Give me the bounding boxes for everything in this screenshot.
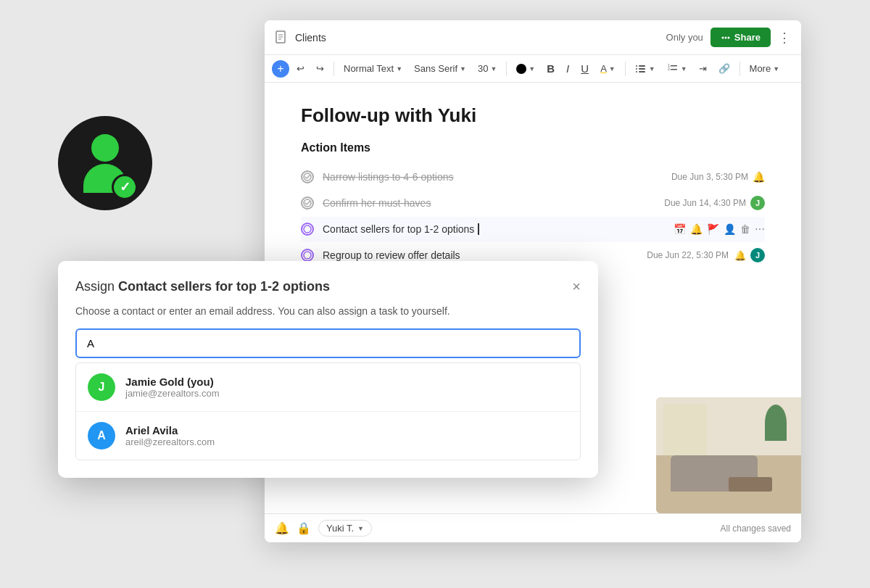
- check-badge: ✓: [112, 174, 138, 200]
- topbar-left: Clients: [275, 30, 326, 45]
- item-text: Regroup to review offer details: [323, 249, 639, 261]
- bell-blue-icon: 🔔: [734, 250, 746, 261]
- item-due: Due Jun 22, 5:30 PM: [647, 250, 729, 260]
- contact-item[interactable]: J Jamie Gold (you) jamie@zerealtors.com: [76, 363, 580, 412]
- contact-info: Jamie Gold (you) jamie@zerealtors.com: [125, 376, 568, 399]
- contact-email: jamie@zerealtors.com: [125, 388, 568, 399]
- item-avatar: J: [750, 248, 765, 262]
- filename-label: Clients: [295, 32, 326, 44]
- item-text: Contact sellers for top 1-2 options: [323, 223, 666, 235]
- bell-icon: 🔔: [753, 171, 765, 183]
- doc-title: Follow-up with Yuki: [301, 104, 765, 127]
- item-due: Due Jun 14, 4:30 PM: [664, 198, 746, 208]
- contact-item[interactable]: A Ariel Avila areil@zerealtors.com: [76, 412, 580, 460]
- contact-info: Ariel Avila areil@zerealtors.com: [125, 424, 568, 447]
- svg-point-19: [304, 225, 311, 233]
- editor-bottombar: 🔔 🔒 Yuki T. ▼ All changes saved: [265, 513, 801, 542]
- chevron-down-icon: ▼: [396, 65, 402, 73]
- svg-rect-8: [639, 65, 645, 67]
- svg-point-6: [727, 36, 729, 38]
- add-button[interactable]: +: [272, 60, 289, 78]
- item-check-icon: [301, 170, 314, 183]
- font-size-dropdown[interactable]: 30 ▼: [473, 60, 501, 77]
- room-table: [729, 477, 772, 492]
- num-list-button[interactable]: 1.2. ▼: [663, 60, 692, 78]
- redo-button[interactable]: ↪: [312, 60, 328, 77]
- person-icon[interactable]: 👤: [724, 223, 736, 235]
- bell-icon[interactable]: 🔔: [275, 521, 289, 535]
- room-image: [656, 397, 801, 513]
- bell-icon[interactable]: 🔔: [690, 223, 703, 235]
- modal-close-button[interactable]: ×: [572, 278, 581, 295]
- contact-avatar: J: [88, 373, 115, 401]
- chevron-down-icon: ▼: [609, 65, 616, 73]
- calendar-icon[interactable]: 📅: [674, 223, 686, 235]
- bold-button[interactable]: B: [542, 59, 559, 78]
- yuki-button[interactable]: Yuki T. ▼: [318, 520, 372, 537]
- user-head: [91, 134, 119, 162]
- topbar-right: Only you Share ⋮: [666, 28, 791, 47]
- svg-rect-11: [636, 71, 637, 73]
- section-heading: Action Items: [301, 141, 765, 154]
- modal-subtitle: Choose a contact or enter an email addre…: [75, 305, 581, 317]
- toolbar-separator-4: [740, 62, 740, 76]
- action-item: Narrow listings to 4-6 options Due Jun 3…: [301, 165, 765, 190]
- editor-toolbar: + ↩ ↪ Normal Text ▼ Sans Serif ▼ 30 ▼ ▼ …: [265, 55, 801, 83]
- bullet-list-button[interactable]: ▼: [631, 60, 660, 78]
- indent-button[interactable]: ⇥: [695, 60, 711, 77]
- room-interior: [656, 397, 801, 513]
- flag-icon[interactable]: 🚩: [707, 223, 719, 235]
- chevron-down-icon: ▼: [490, 65, 497, 73]
- chevron-down-icon: ▼: [460, 65, 466, 73]
- svg-text:2.: 2.: [668, 67, 671, 71]
- undo-button[interactable]: ↩: [292, 60, 309, 77]
- action-item: Contact sellers for top 1-2 options 📅 🔔 …: [301, 217, 765, 242]
- text-color-button[interactable]: ▼: [512, 61, 539, 77]
- share-button[interactable]: Share: [710, 28, 771, 47]
- user-avatar-background: ✓: [58, 116, 152, 210]
- underline-button[interactable]: U: [576, 59, 593, 78]
- contact-list: J Jamie Gold (you) jamie@zerealtors.com …: [75, 363, 581, 460]
- document-icon: [275, 30, 289, 45]
- svg-rect-12: [639, 71, 645, 73]
- lock-icon[interactable]: 🔒: [297, 521, 311, 535]
- svg-point-20: [304, 252, 311, 259]
- toolbar-separator-3: [625, 62, 626, 76]
- modal-header: Assign Contact sellers for top 1-2 optio…: [75, 278, 581, 295]
- editor-topbar: Clients Only you Share ⋮: [265, 20, 801, 55]
- item-check-icon: [301, 249, 314, 262]
- bottombar-left: 🔔 🔒 Yuki T. ▼: [275, 520, 372, 537]
- modal-title: Assign Contact sellers for top 1-2 optio…: [75, 279, 330, 294]
- item-avatar: J: [750, 196, 765, 210]
- chevron-down-icon: ▼: [357, 525, 364, 532]
- contact-avatar: A: [88, 422, 115, 450]
- link-button[interactable]: 🔗: [714, 60, 734, 77]
- assign-modal: Assign Contact sellers for top 1-2 optio…: [58, 261, 598, 478]
- toolbar-separator-2: [506, 62, 507, 76]
- more-button[interactable]: More ▼: [745, 60, 784, 77]
- more-icon[interactable]: ⋯: [755, 223, 765, 235]
- user-figure: ✓: [83, 134, 127, 193]
- only-you-label: Only you: [666, 32, 703, 43]
- contact-name: Ariel Avila: [125, 424, 568, 436]
- saved-status: All changes saved: [721, 523, 791, 534]
- color-dot: [516, 64, 526, 74]
- search-input[interactable]: [75, 328, 581, 358]
- room-window: [663, 405, 707, 455]
- text-style-dropdown[interactable]: Normal Text ▼: [339, 60, 407, 77]
- svg-point-4: [721, 36, 724, 38]
- font-dropdown[interactable]: Sans Serif ▼: [410, 60, 471, 77]
- more-options-icon[interactable]: ⋮: [778, 30, 791, 46]
- trash-icon[interactable]: 🗑: [740, 223, 750, 235]
- italic-button[interactable]: I: [562, 59, 573, 78]
- item-due: Due Jun 3, 5:30 PM: [671, 172, 748, 182]
- chevron-down-icon: ▼: [529, 65, 535, 73]
- item-check-icon: [301, 223, 314, 236]
- svg-rect-14: [671, 65, 677, 67]
- chevron-down-icon: ▼: [649, 65, 655, 73]
- contact-email: areil@zerealtors.com: [125, 436, 568, 447]
- item-check-icon: [301, 196, 314, 210]
- room-plant: [765, 405, 787, 441]
- highlight-button[interactable]: A ▼: [596, 60, 620, 77]
- svg-rect-7: [636, 65, 637, 67]
